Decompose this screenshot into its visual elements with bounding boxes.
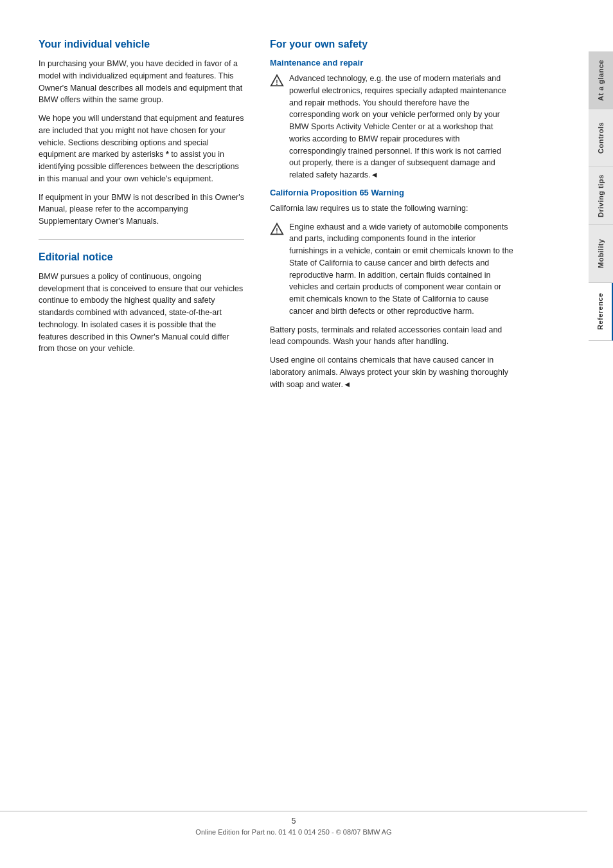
california-intro: California law requires us to state the …: [270, 203, 514, 215]
right-column: For your own safety Maintenance and repa…: [270, 39, 514, 397]
columns: Your individual vehicle In purchasing yo…: [39, 39, 562, 397]
editorial-notice-title: Editorial notice: [39, 251, 244, 263]
left-column: Your individual vehicle In purchasing yo…: [39, 39, 244, 397]
page-footer: 5 Online Edition for Part no. 01 41 0 01…: [0, 811, 587, 836]
your-individual-vehicle-title: Your individual vehicle: [39, 39, 244, 50]
subsection-california-prop65: California Proposition 65 Warning Califo…: [270, 188, 514, 391]
california-battery-text: Battery posts, terminals and related acc…: [270, 324, 514, 348]
california-warning-block-1: ! Engine exhaust and a wide variety of a…: [270, 221, 514, 318]
warning-triangle-icon-2: !: [270, 222, 284, 237]
maintenance-warning-text: Advanced technology, e.g. the use of mod…: [289, 73, 514, 181]
page-number: 5: [0, 817, 587, 826]
editorial-notice-para1: BMW pursues a policy of continuous, ongo…: [39, 271, 244, 355]
svg-text:!: !: [276, 227, 278, 234]
footer-text: Online Edition for Part no. 01 41 0 014 …: [195, 828, 391, 836]
sidebar-tab-reference[interactable]: Reference: [589, 283, 613, 341]
your-individual-vehicle-para2: We hope you will understand that equipme…: [39, 113, 244, 185]
subsection-maintenance-repair: Maintenance and repair ! Advanced techno…: [270, 58, 514, 181]
svg-text:!: !: [276, 79, 278, 86]
sidebar-tabs: At a glance Controls Driving tips Mobili…: [589, 51, 613, 341]
sidebar-tab-at-a-glance[interactable]: At a glance: [589, 51, 613, 109]
page-container: At a glance Controls Driving tips Mobili…: [0, 0, 613, 868]
maintenance-warning-block: ! Advanced technology, e.g. the use of m…: [270, 73, 514, 181]
warning-triangle-icon-1: !: [270, 74, 284, 88]
section-for-your-own-safety: For your own safety Maintenance and repa…: [270, 39, 514, 390]
your-individual-vehicle-para3: If equipment in your BMW is not describe…: [39, 192, 244, 228]
section-your-individual-vehicle: Your individual vehicle In purchasing yo…: [39, 39, 244, 228]
section-divider-1: [39, 239, 244, 240]
section-editorial-notice: Editorial notice BMW pursues a policy of…: [39, 251, 244, 355]
california-warning-text-1: Engine exhaust and a wide variety of aut…: [289, 221, 514, 318]
main-content: Your individual vehicle In purchasing yo…: [0, 0, 587, 435]
california-engine-oil-text: Used engine oil contains chemicals that …: [270, 354, 514, 390]
sidebar-tab-controls[interactable]: Controls: [589, 109, 613, 167]
for-your-own-safety-title: For your own safety: [270, 39, 514, 50]
your-individual-vehicle-para1: In purchasing your BMW, you have decided…: [39, 58, 244, 106]
california-prop65-subtitle: California Proposition 65 Warning: [270, 188, 514, 197]
sidebar-tab-mobility[interactable]: Mobility: [589, 225, 613, 283]
sidebar-tab-driving-tips[interactable]: Driving tips: [589, 167, 613, 225]
maintenance-repair-subtitle: Maintenance and repair: [270, 58, 514, 68]
